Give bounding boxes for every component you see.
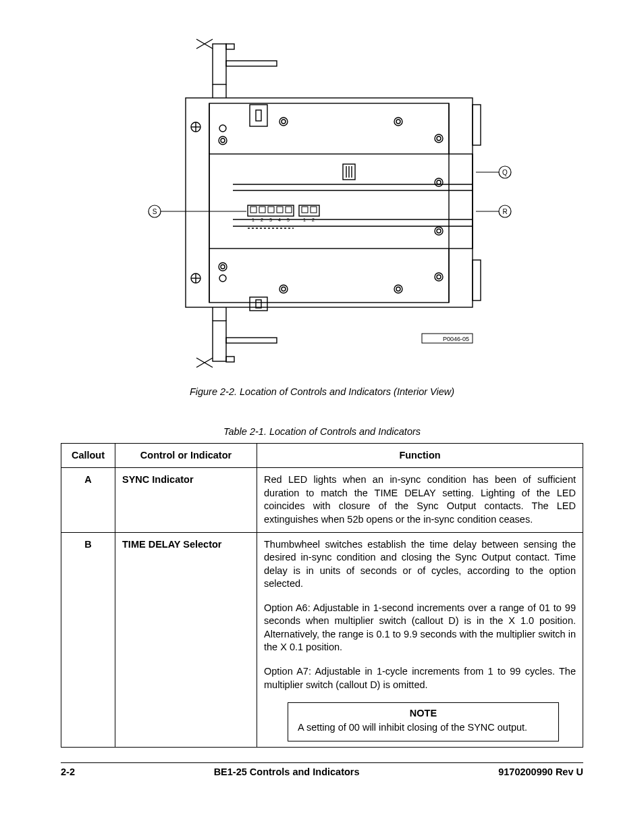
cell-callout: A — [61, 468, 115, 532]
svg-rect-0 — [186, 98, 473, 307]
svg-rect-21 — [226, 357, 234, 362]
svg-point-64 — [435, 273, 443, 281]
svg-point-54 — [279, 285, 288, 293]
svg-rect-73 — [311, 207, 317, 213]
cell-function: Red LED lights when an in-sync condition… — [257, 468, 583, 532]
note-title: NOTE — [298, 707, 549, 721]
svg-rect-69 — [268, 207, 274, 213]
figure-container: 1 2 3 4 5 1 2 S Q R P0046-05 Figure 2-2. — [61, 34, 583, 398]
svg-point-59 — [437, 136, 441, 140]
svg-rect-1 — [209, 103, 449, 303]
svg-point-47 — [219, 263, 227, 271]
table-caption: Table 2-1. Location of Controls and Indi… — [61, 425, 583, 439]
svg-point-52 — [394, 118, 402, 126]
svg-rect-2 — [209, 154, 473, 249]
svg-rect-19 — [213, 321, 226, 361]
th-control: Control or Indicator — [115, 443, 257, 468]
svg-rect-70 — [277, 207, 283, 213]
figure-interior-view: 1 2 3 4 5 1 2 S Q R P0046-05 — [132, 34, 513, 375]
svg-point-60 — [435, 178, 443, 186]
svg-rect-68 — [259, 207, 265, 213]
svg-point-51 — [281, 120, 286, 124]
svg-point-61 — [437, 180, 441, 184]
svg-point-55 — [281, 287, 286, 291]
function-para: Thumbwheel switches establish the time d… — [264, 538, 576, 591]
figure-drawing-id: P0046-05 — [442, 336, 468, 342]
svg-point-44 — [219, 125, 226, 132]
footer-center: BE1-25 Controls and Indicators — [214, 766, 360, 779]
callout-bubble-r: R — [502, 208, 507, 215]
dip-b-1: 1 — [303, 217, 306, 222]
th-callout: Callout — [61, 443, 115, 468]
svg-point-50 — [279, 118, 288, 126]
callout-bubble-q: Q — [502, 169, 508, 176]
svg-rect-30 — [250, 297, 267, 311]
svg-point-57 — [396, 287, 400, 291]
dip-a-3: 3 — [269, 217, 272, 222]
svg-point-49 — [219, 275, 226, 282]
function-para: Red LED lights when an in-sync condition… — [264, 473, 576, 526]
svg-rect-29 — [256, 110, 261, 121]
table-row: A SYNC Indicator Red LED lights when an … — [61, 468, 583, 532]
svg-rect-11 — [473, 105, 481, 145]
controls-table: Callout Control or Indicator Function A … — [61, 443, 583, 748]
svg-point-45 — [219, 136, 227, 145]
th-function: Function — [257, 443, 583, 468]
footer-left: 2-2 — [61, 766, 75, 779]
function-para: Option A6: Adjustable in 1-second increm… — [264, 602, 576, 654]
cell-callout: B — [61, 532, 115, 748]
svg-point-58 — [435, 134, 443, 142]
svg-point-62 — [435, 227, 443, 235]
svg-rect-31 — [256, 300, 261, 308]
svg-rect-12 — [473, 260, 481, 301]
svg-rect-20 — [226, 338, 277, 343]
svg-point-53 — [396, 120, 400, 124]
dip-a-4: 4 — [278, 217, 281, 222]
svg-rect-71 — [286, 207, 292, 213]
svg-rect-28 — [250, 105, 267, 126]
svg-point-46 — [221, 138, 225, 142]
page-footer: 2-2 BE1-25 Controls and Indicators 91702… — [61, 762, 583, 779]
table-row: B TIME DELAY Selector Thumbwheel switche… — [61, 532, 583, 748]
dip-b-2: 2 — [312, 217, 315, 222]
cell-control: SYNC Indicator — [115, 468, 257, 532]
svg-rect-14 — [213, 44, 226, 84]
svg-point-56 — [394, 285, 402, 293]
svg-rect-67 — [250, 207, 257, 213]
dip-a-1: 1 — [252, 217, 254, 222]
dip-a-2: 2 — [261, 217, 263, 222]
cell-control: TIME DELAY Selector — [115, 532, 257, 748]
figure-caption: Figure 2-2. Location of Controls and Ind… — [61, 386, 583, 399]
svg-point-63 — [437, 229, 441, 233]
dip-a-5: 5 — [287, 217, 290, 222]
svg-rect-16 — [226, 61, 277, 66]
footer-right: 9170200990 Rev U — [498, 766, 583, 779]
cell-function: Thumbwheel switches establish the time d… — [257, 532, 583, 748]
note-text: A setting of 00 will inhibit closing of … — [298, 721, 549, 735]
svg-point-48 — [221, 265, 225, 269]
note-box: NOTE A setting of 00 will inhibit closin… — [288, 702, 559, 741]
function-para: Option A7: Adjustable in 1-cycle increme… — [264, 665, 576, 692]
svg-rect-72 — [302, 207, 308, 213]
svg-point-65 — [437, 275, 441, 279]
callout-bubble-s: S — [152, 208, 157, 215]
svg-rect-15 — [226, 44, 234, 49]
